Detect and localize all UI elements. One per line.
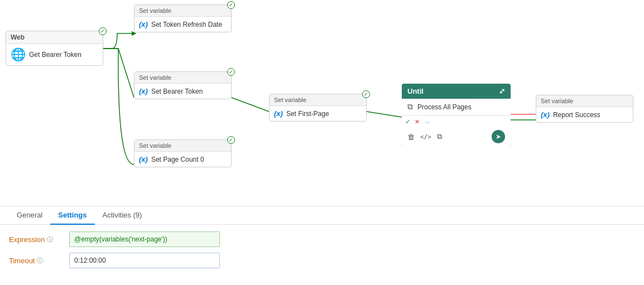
- process-all-pages-label: Process All Pages: [417, 103, 472, 111]
- set-var-3-label: Set Page Count 0: [151, 156, 204, 163]
- expression-label: Expression ⓘ: [9, 235, 65, 244]
- set-var-3-header: Set variable: [134, 140, 231, 152]
- until-footer: 🗑 </> ⧉ ➤: [402, 128, 511, 146]
- until-header: Until ⤢: [402, 84, 511, 99]
- expression-info-icon[interactable]: ⓘ: [47, 235, 53, 244]
- until-body: ⧉ Process All Pages ✓ ✕ → 🗑 </>: [402, 99, 511, 146]
- timeout-row: Timeout ⓘ: [9, 253, 635, 268]
- check-badge-1: ✓: [227, 1, 235, 9]
- fx-icon-1: (x): [139, 20, 148, 28]
- sf-node-header: Set variable: [270, 94, 366, 106]
- globe-icon: 🌐: [11, 47, 26, 62]
- go-button[interactable]: ➤: [492, 130, 505, 143]
- set-first-page-node[interactable]: Set variable (x) Set First-Page ✓: [269, 94, 367, 122]
- fx-icon-2: (x): [139, 87, 148, 95]
- fx-icon-3: (x): [139, 155, 148, 163]
- web-node[interactable]: Web 🌐 Get Bearer Token ✓: [6, 31, 103, 66]
- check-badge: ✓: [99, 27, 107, 35]
- bottom-panel: General Settings Activities (9) Expressi…: [0, 206, 644, 285]
- check-badge-sf: ✓: [362, 90, 370, 98]
- tab-settings[interactable]: Settings: [50, 206, 94, 225]
- fx-icon-sf: (x): [274, 109, 283, 118]
- tab-general[interactable]: General: [9, 206, 50, 225]
- expand-icon[interactable]: ⤢: [499, 87, 505, 95]
- fx-icon-rs: (x): [541, 110, 550, 119]
- tab-content: Expression ⓘ Timeout ⓘ: [0, 225, 644, 281]
- code-icon[interactable]: </>: [420, 133, 431, 141]
- set-var-node-3[interactable]: Set variable (x) Set Page Count 0 ✓: [134, 139, 232, 167]
- set-var-node-2[interactable]: Set variable (x) Set Bearer Token ✓: [134, 71, 232, 99]
- delete-icon[interactable]: 🗑: [407, 133, 415, 141]
- sf-node-label: Set First-Page: [286, 110, 329, 118]
- web-node-label: Get Bearer Token: [29, 51, 81, 59]
- copy-icon-2[interactable]: ⧉: [437, 132, 442, 141]
- rs-header: Set variable: [536, 95, 633, 107]
- tab-activities[interactable]: Activities (9): [95, 206, 150, 225]
- until-title: Until: [407, 87, 424, 95]
- tab-bar: General Settings Activities (9): [0, 206, 644, 225]
- set-var-2-header: Set variable: [134, 72, 231, 84]
- copy-icon: ⧉: [407, 102, 413, 112]
- until-node[interactable]: Until ⤢ ⧉ Process All Pages ✓ ✕ →: [402, 84, 511, 146]
- set-var-node-1[interactable]: Set variable (x) Set Token Refresh Date …: [134, 4, 232, 32]
- check-badge-2: ✓: [227, 68, 235, 76]
- expression-input[interactable]: [69, 231, 220, 247]
- until-item: ⧉ Process All Pages: [402, 99, 511, 115]
- web-node-header: Web: [6, 31, 103, 44]
- rs-label: Report Success: [553, 111, 600, 119]
- timeout-label: Timeout ⓘ: [9, 257, 65, 265]
- check-badge-3: ✓: [227, 136, 235, 144]
- expression-row: Expression ⓘ: [9, 231, 635, 247]
- report-success-node[interactable]: Set variable (x) Report Success: [536, 95, 633, 123]
- set-var-2-label: Set Bearer Token: [151, 88, 203, 95]
- timeout-input[interactable]: [69, 253, 220, 268]
- canvas-area: Web 🌐 Get Bearer Token ✓ Set variable (x…: [0, 0, 644, 206]
- set-var-1-label: Set Token Refresh Date: [151, 21, 222, 28]
- set-var-1-header: Set variable: [134, 5, 231, 17]
- timeout-info-icon[interactable]: ⓘ: [37, 257, 43, 265]
